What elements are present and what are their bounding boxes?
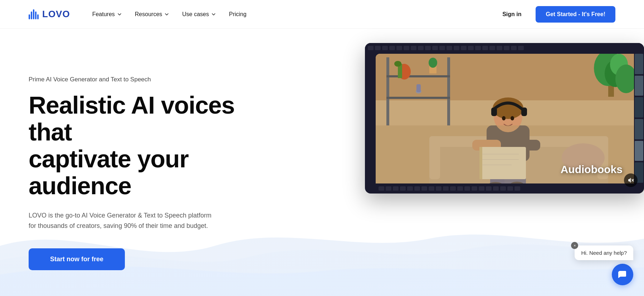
svg-rect-3 (447, 57, 450, 125)
filmstrip-hole (514, 186, 520, 191)
filmstrip-hole (493, 186, 499, 191)
video-container: Audiobooks (365, 43, 644, 194)
filmstrip-hole (382, 46, 388, 50)
mute-icon (627, 177, 634, 184)
filmstrip-hole (504, 46, 509, 50)
video-inner[interactable]: Audiobooks (376, 54, 644, 194)
svg-rect-2 (386, 57, 389, 125)
svg-point-10 (429, 58, 437, 68)
hero-cta-button[interactable]: Start now for free (29, 248, 125, 270)
filmstrip-hole (479, 186, 484, 191)
filmstrip-hole (450, 186, 456, 191)
nav-item-resources[interactable]: Resources (130, 8, 174, 20)
filmstrip-hole (472, 186, 477, 191)
hero-title-line3: audience (29, 172, 131, 199)
hero-tagline: Prime AI Voice Generator and Text to Spe… (29, 76, 243, 83)
filmstrip-hole (386, 186, 391, 191)
nav-item-usecases[interactable]: Use cases (177, 8, 221, 20)
filmstrip-hole (461, 46, 467, 50)
logo-bar-2 (31, 11, 32, 19)
svg-point-38 (502, 116, 506, 120)
filmstrip-hole (432, 46, 438, 50)
filmstrip-hole (429, 186, 434, 191)
filmstrip-hole (475, 46, 481, 50)
chevron-down-icon (164, 12, 169, 17)
filmstrip-hole (396, 46, 402, 50)
side-thumbnails (634, 53, 644, 183)
mute-button[interactable] (624, 173, 638, 187)
filmstrip-hole (464, 186, 470, 191)
chevron-down-icon (211, 12, 216, 17)
filmstrip-hole (497, 46, 502, 50)
signin-button[interactable]: Sign in (497, 8, 527, 20)
filmstrip-hole (404, 46, 409, 50)
logo[interactable]: LOVO (29, 9, 70, 20)
filmstrip-bottom (376, 183, 644, 194)
filmstrip-hole (489, 46, 495, 50)
chat-icon (618, 269, 628, 280)
filmstrip-hole (454, 46, 459, 50)
chevron-down-icon (117, 12, 122, 17)
video-label: Audiobooks (561, 163, 623, 176)
svg-point-17 (615, 65, 637, 93)
features-label: Features (92, 11, 115, 18)
pricing-label: Pricing (229, 11, 247, 18)
navbar-left: LOVO Features Resources Use cases (29, 8, 252, 20)
hero-title-line1: Realistic AI voices that (29, 91, 235, 145)
filmstrip-hole (439, 46, 445, 50)
chat-bubble-text: Hi. Need any help? (581, 250, 627, 256)
filmstrip-hole (418, 46, 424, 50)
filmstrip-hole (400, 186, 406, 191)
filmstrip-hole (500, 186, 506, 191)
logo-bar-4 (35, 11, 36, 19)
usecases-label: Use cases (182, 11, 209, 18)
logo-icon (29, 9, 39, 19)
chat-widget: × Hi. Need any help? (612, 264, 633, 285)
resources-label: Resources (135, 11, 162, 18)
filmstrip-hole (518, 46, 524, 50)
svg-rect-4 (386, 75, 450, 77)
filmstrip-hole (425, 46, 431, 50)
hero-subtitle: LOVO is the go-to AI Voice Generator & T… (29, 210, 215, 231)
filmstrip-hole (414, 186, 420, 191)
filmstrip-hole (375, 46, 381, 50)
filmstrip-hole (486, 186, 492, 191)
svg-rect-41 (521, 108, 527, 116)
chat-bubble: × Hi. Need any help? (575, 245, 633, 260)
chat-close-button[interactable]: × (571, 242, 578, 249)
hero-content: Prime AI Voice Generator and Text to Spe… (29, 76, 243, 270)
navbar: LOVO Features Resources Use cases (0, 0, 644, 29)
nav-item-pricing[interactable]: Pricing (224, 8, 252, 20)
logo-bar-5 (37, 14, 39, 19)
filmstrip-hole (411, 46, 416, 50)
filmstrip-hole (389, 46, 395, 50)
hero-title-line2: captivate your (29, 145, 189, 172)
filmstrip-hole (407, 186, 413, 191)
hero-section: Prime AI Voice Generator and Text to Spe… (0, 29, 644, 296)
filmstrip-hole (393, 186, 399, 191)
filmstrip-hole (368, 46, 374, 50)
get-started-button[interactable]: Get Started - It's Free! (536, 6, 615, 23)
svg-rect-12 (416, 84, 421, 92)
logo-bar-3 (33, 9, 34, 19)
filmstrip-hole (443, 186, 449, 191)
logo-text: LOVO (42, 9, 70, 20)
svg-point-39 (511, 116, 514, 120)
filmstrip-hole (447, 46, 452, 50)
filmstrip-hole (507, 186, 513, 191)
filmstrip-hole (457, 186, 463, 191)
hero-title: Realistic AI voices that captivate your … (29, 92, 243, 199)
filmstrip-hole (436, 186, 441, 191)
filmstrip-hole (511, 46, 517, 50)
svg-rect-5 (386, 97, 450, 99)
nav-links: Features Resources Use cases Pricing (87, 8, 252, 20)
filmstrip-hole (379, 186, 384, 191)
navbar-right: Sign in Get Started - It's Free! (497, 6, 615, 23)
chat-open-button[interactable] (612, 264, 633, 285)
logo-bar-1 (29, 14, 30, 19)
svg-rect-40 (491, 108, 497, 116)
filmstrip-hole (468, 46, 474, 50)
hero-video-area: Audiobooks (351, 43, 644, 194)
nav-item-features[interactable]: Features (87, 8, 127, 20)
filmstrip-hole (421, 186, 427, 191)
